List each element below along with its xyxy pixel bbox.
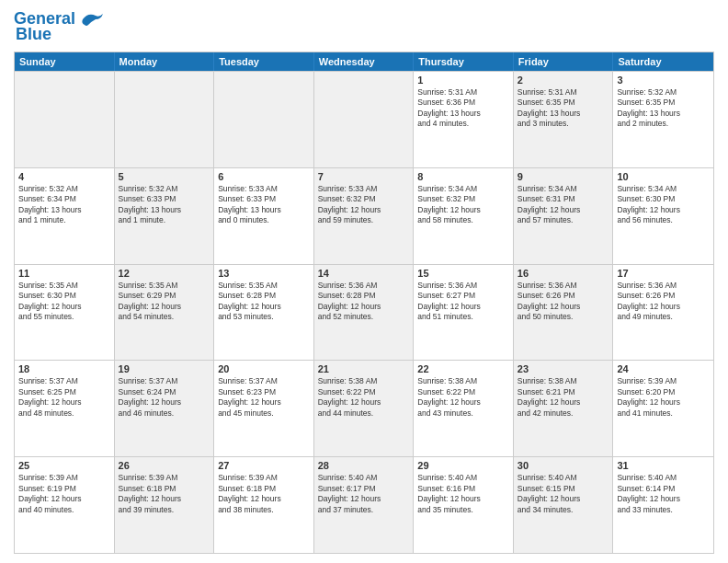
day-number: 26 bbox=[119, 460, 210, 471]
day-info: Sunrise: 5:34 AM Sunset: 6:32 PM Dayligh… bbox=[417, 184, 509, 226]
day-number: 30 bbox=[518, 460, 609, 471]
day-cell-4: 4Sunrise: 5:32 AM Sunset: 6:34 PM Daylig… bbox=[15, 168, 115, 264]
logo-bird-icon bbox=[79, 10, 105, 29]
day-number: 5 bbox=[119, 171, 210, 182]
day-info: Sunrise: 5:39 AM Sunset: 6:19 PM Dayligh… bbox=[18, 473, 110, 515]
day-cell-8: 8Sunrise: 5:34 AM Sunset: 6:32 PM Daylig… bbox=[414, 168, 514, 264]
day-number: 25 bbox=[18, 460, 110, 471]
weekday-header-monday: Monday bbox=[115, 52, 215, 71]
day-info: Sunrise: 5:32 AM Sunset: 6:35 PM Dayligh… bbox=[617, 87, 710, 130]
day-info: Sunrise: 5:37 AM Sunset: 6:23 PM Dayligh… bbox=[218, 376, 310, 419]
day-info: Sunrise: 5:33 AM Sunset: 6:33 PM Dayligh… bbox=[218, 184, 310, 226]
day-info: Sunrise: 5:32 AM Sunset: 6:33 PM Dayligh… bbox=[119, 184, 210, 226]
day-info: Sunrise: 5:35 AM Sunset: 6:29 PM Dayligh… bbox=[119, 281, 210, 323]
day-info: Sunrise: 5:37 AM Sunset: 6:25 PM Dayligh… bbox=[18, 376, 110, 419]
weekday-header-wednesday: Wednesday bbox=[314, 52, 415, 71]
day-info: Sunrise: 5:35 AM Sunset: 6:30 PM Dayligh… bbox=[18, 281, 110, 323]
day-info: Sunrise: 5:38 AM Sunset: 6:22 PM Dayligh… bbox=[417, 376, 509, 419]
day-cell-19: 19Sunrise: 5:37 AM Sunset: 6:24 PM Dayli… bbox=[115, 361, 215, 456]
calendar-row-4: 18Sunrise: 5:37 AM Sunset: 6:25 PM Dayli… bbox=[15, 360, 713, 456]
day-cell-12: 12Sunrise: 5:35 AM Sunset: 6:29 PM Dayli… bbox=[115, 265, 215, 361]
day-info: Sunrise: 5:36 AM Sunset: 6:28 PM Dayligh… bbox=[318, 281, 410, 323]
day-cell-11: 11Sunrise: 5:35 AM Sunset: 6:30 PM Dayli… bbox=[15, 265, 115, 361]
day-cell-23: 23Sunrise: 5:38 AM Sunset: 6:21 PM Dayli… bbox=[514, 361, 614, 456]
weekday-header-sunday: Sunday bbox=[15, 52, 115, 71]
day-cell-18: 18Sunrise: 5:37 AM Sunset: 6:25 PM Dayli… bbox=[15, 361, 115, 456]
day-number: 27 bbox=[218, 460, 310, 471]
day-number: 19 bbox=[119, 363, 210, 374]
weekday-header-friday: Friday bbox=[514, 52, 614, 71]
calendar: SundayMondayTuesdayWednesdayThursdayFrid… bbox=[14, 52, 714, 554]
empty-cell-r0c0 bbox=[15, 72, 115, 167]
day-cell-2: 2Sunrise: 5:31 AM Sunset: 6:35 PM Daylig… bbox=[514, 72, 614, 167]
empty-cell-r0c2 bbox=[214, 72, 314, 167]
day-number: 10 bbox=[617, 171, 710, 182]
day-cell-7: 7Sunrise: 5:33 AM Sunset: 6:32 PM Daylig… bbox=[314, 168, 415, 264]
day-number: 1 bbox=[417, 75, 509, 86]
day-cell-22: 22Sunrise: 5:38 AM Sunset: 6:22 PM Dayli… bbox=[414, 361, 514, 456]
day-info: Sunrise: 5:39 AM Sunset: 6:20 PM Dayligh… bbox=[617, 376, 710, 419]
day-number: 31 bbox=[617, 460, 710, 471]
day-number: 23 bbox=[518, 363, 609, 374]
day-info: Sunrise: 5:37 AM Sunset: 6:24 PM Dayligh… bbox=[119, 376, 210, 419]
day-number: 22 bbox=[417, 363, 509, 374]
calendar-row-3: 11Sunrise: 5:35 AM Sunset: 6:30 PM Dayli… bbox=[15, 264, 713, 361]
day-cell-31: 31Sunrise: 5:40 AM Sunset: 6:14 PM Dayli… bbox=[613, 457, 713, 553]
day-info: Sunrise: 5:40 AM Sunset: 6:14 PM Dayligh… bbox=[617, 473, 710, 515]
day-info: Sunrise: 5:36 AM Sunset: 6:27 PM Dayligh… bbox=[417, 281, 509, 323]
day-number: 8 bbox=[417, 171, 509, 182]
day-info: Sunrise: 5:39 AM Sunset: 6:18 PM Dayligh… bbox=[119, 473, 210, 515]
day-cell-26: 26Sunrise: 5:39 AM Sunset: 6:18 PM Dayli… bbox=[115, 457, 215, 553]
weekday-header-saturday: Saturday bbox=[613, 52, 713, 71]
day-cell-27: 27Sunrise: 5:39 AM Sunset: 6:18 PM Dayli… bbox=[214, 457, 314, 553]
day-number: 29 bbox=[417, 460, 509, 471]
day-cell-24: 24Sunrise: 5:39 AM Sunset: 6:20 PM Dayli… bbox=[613, 361, 713, 456]
day-number: 7 bbox=[318, 171, 410, 182]
day-cell-21: 21Sunrise: 5:38 AM Sunset: 6:22 PM Dayli… bbox=[314, 361, 415, 456]
day-number: 11 bbox=[18, 268, 110, 279]
logo-blue-text: Blue bbox=[16, 25, 51, 44]
day-number: 18 bbox=[18, 363, 110, 374]
day-cell-20: 20Sunrise: 5:37 AM Sunset: 6:23 PM Dayli… bbox=[214, 361, 314, 456]
day-cell-28: 28Sunrise: 5:40 AM Sunset: 6:17 PM Dayli… bbox=[314, 457, 415, 553]
day-info: Sunrise: 5:38 AM Sunset: 6:21 PM Dayligh… bbox=[518, 376, 609, 419]
day-number: 24 bbox=[617, 363, 710, 374]
day-info: Sunrise: 5:40 AM Sunset: 6:17 PM Dayligh… bbox=[318, 473, 410, 515]
day-number: 15 bbox=[417, 268, 509, 279]
logo: General Blue bbox=[14, 9, 105, 44]
day-info: Sunrise: 5:39 AM Sunset: 6:18 PM Dayligh… bbox=[218, 473, 310, 515]
day-number: 16 bbox=[518, 268, 609, 279]
day-cell-9: 9Sunrise: 5:34 AM Sunset: 6:31 PM Daylig… bbox=[514, 168, 614, 264]
day-number: 13 bbox=[218, 268, 310, 279]
day-info: Sunrise: 5:35 AM Sunset: 6:28 PM Dayligh… bbox=[218, 281, 310, 323]
calendar-header: SundayMondayTuesdayWednesdayThursdayFrid… bbox=[15, 52, 713, 71]
day-cell-15: 15Sunrise: 5:36 AM Sunset: 6:27 PM Dayli… bbox=[414, 265, 514, 361]
day-info: Sunrise: 5:33 AM Sunset: 6:32 PM Dayligh… bbox=[318, 184, 410, 226]
day-cell-5: 5Sunrise: 5:32 AM Sunset: 6:33 PM Daylig… bbox=[115, 168, 215, 264]
day-number: 9 bbox=[518, 171, 609, 182]
day-number: 17 bbox=[617, 268, 710, 279]
day-cell-14: 14Sunrise: 5:36 AM Sunset: 6:28 PM Dayli… bbox=[314, 265, 415, 361]
weekday-header-tuesday: Tuesday bbox=[214, 52, 314, 71]
day-number: 4 bbox=[18, 171, 110, 182]
empty-cell-r0c3 bbox=[314, 72, 415, 167]
weekday-header-thursday: Thursday bbox=[414, 52, 514, 71]
calendar-body: 1Sunrise: 5:31 AM Sunset: 6:36 PM Daylig… bbox=[15, 71, 713, 553]
day-cell-6: 6Sunrise: 5:33 AM Sunset: 6:33 PM Daylig… bbox=[214, 168, 314, 264]
day-cell-25: 25Sunrise: 5:39 AM Sunset: 6:19 PM Dayli… bbox=[15, 457, 115, 553]
day-info: Sunrise: 5:36 AM Sunset: 6:26 PM Dayligh… bbox=[518, 281, 609, 323]
day-cell-10: 10Sunrise: 5:34 AM Sunset: 6:30 PM Dayli… bbox=[613, 168, 713, 264]
day-cell-29: 29Sunrise: 5:40 AM Sunset: 6:16 PM Dayli… bbox=[414, 457, 514, 553]
empty-cell-r0c1 bbox=[115, 72, 215, 167]
day-cell-16: 16Sunrise: 5:36 AM Sunset: 6:26 PM Dayli… bbox=[514, 265, 614, 361]
day-number: 3 bbox=[617, 75, 710, 86]
calendar-row-2: 4Sunrise: 5:32 AM Sunset: 6:34 PM Daylig… bbox=[15, 167, 713, 264]
day-info: Sunrise: 5:31 AM Sunset: 6:35 PM Dayligh… bbox=[518, 87, 609, 130]
day-cell-13: 13Sunrise: 5:35 AM Sunset: 6:28 PM Dayli… bbox=[214, 265, 314, 361]
day-number: 2 bbox=[518, 75, 609, 86]
header: General Blue bbox=[14, 9, 714, 44]
day-info: Sunrise: 5:40 AM Sunset: 6:15 PM Dayligh… bbox=[518, 473, 609, 515]
day-number: 12 bbox=[119, 268, 210, 279]
day-info: Sunrise: 5:34 AM Sunset: 6:31 PM Dayligh… bbox=[518, 184, 609, 226]
day-info: Sunrise: 5:31 AM Sunset: 6:36 PM Dayligh… bbox=[417, 87, 509, 130]
